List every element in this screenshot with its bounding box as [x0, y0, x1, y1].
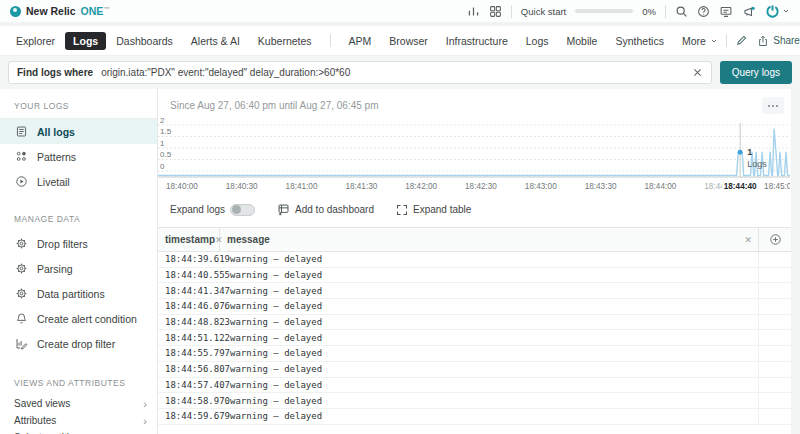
expand-logs-toggle[interactable]: Expand logs	[170, 204, 255, 216]
share-icon	[757, 35, 769, 47]
query-logs-button[interactable]: Query logs	[720, 61, 792, 84]
sidebar-item-label: Attributes	[14, 415, 56, 426]
new-relic-logo-icon	[10, 6, 21, 17]
query-input[interactable]: Find logs where origin.iata:"PDX" event:…	[8, 61, 712, 84]
chart-view-icon[interactable]	[467, 5, 480, 18]
remove-column-icon[interactable]: ✕	[744, 235, 752, 245]
nav-tab-more[interactable]: More	[674, 32, 726, 50]
log-row[interactable]: 18:44:56.807warning — delayed	[158, 362, 791, 378]
log-message: warning — delayed	[220, 364, 758, 374]
sidebar-item-patterns[interactable]: Patterns	[0, 144, 157, 169]
svg-text:18:45:00: 18:45:00	[764, 182, 790, 191]
svg-text:18:41:00: 18:41:00	[286, 182, 318, 191]
nav-tab-logs[interactable]: Logs	[518, 32, 557, 50]
svg-text:18:40:30: 18:40:30	[226, 182, 258, 191]
query-prefix-label: Find logs where	[17, 67, 93, 78]
log-row[interactable]: 18:44:40.555warning — delayed	[158, 268, 791, 284]
sidebar-item-saved-views[interactable]: Saved views›	[0, 395, 157, 412]
log-timestamp: 18:44:57.407	[158, 380, 220, 390]
log-row[interactable]: 18:44:41.347warning — delayed	[158, 283, 791, 299]
chevron-right-icon: ›	[143, 398, 147, 410]
log-table: timestamp✕message✕ 18:44:39.619warning —…	[158, 227, 791, 425]
expand-icon	[396, 204, 408, 216]
nav-tab-synthetics[interactable]: Synthetics	[607, 32, 671, 50]
clear-query-icon[interactable]	[692, 67, 703, 78]
nav-tab-infrastructure[interactable]: Infrastructure	[438, 32, 516, 50]
svg-text:0.5: 0.5	[160, 150, 172, 159]
log-message: warning — delayed	[220, 380, 758, 390]
log-row[interactable]: 18:44:55.797warning — delayed	[158, 346, 791, 362]
sidebar-item-drop-filters[interactable]: Drop filters	[0, 231, 157, 256]
divider	[330, 34, 331, 47]
nav-tab-alerts-ai[interactable]: Alerts & AI	[183, 32, 248, 50]
drop-filter-icon	[14, 337, 28, 350]
quick-start-label[interactable]: Quick start	[521, 6, 566, 17]
svg-text:1.5: 1.5	[160, 127, 172, 136]
nav-tab-apm[interactable]: APM	[341, 32, 380, 50]
column-header-message[interactable]: message✕	[220, 228, 758, 251]
log-row[interactable]: 18:44:46.076warning — delayed	[158, 299, 791, 315]
quick-start-percent: 0%	[642, 6, 656, 17]
log-row[interactable]: 18:44:39.619warning — delayed	[158, 252, 791, 268]
chart-options-button[interactable]	[762, 97, 784, 114]
svg-text:18:43:30: 18:43:30	[585, 182, 617, 191]
share-button[interactable]: Share	[757, 35, 800, 47]
scrollbar[interactable]	[791, 89, 800, 434]
sidebar-item-parsing[interactable]: Parsing	[0, 256, 157, 281]
logs-toolbar: Expand logs Add to dashboard Expand tabl…	[170, 203, 800, 216]
log-timestamp: 18:44:58.970	[158, 396, 220, 406]
apps-grid-icon[interactable]	[489, 5, 502, 18]
svg-text:0: 0	[160, 162, 165, 171]
query-text[interactable]: origin.iata:"PDX" event:"delayed" delay_…	[101, 67, 684, 78]
sidebar-item-create-drop-filter[interactable]: Create drop filter	[0, 331, 157, 356]
log-timestamp: 18:44:40.555	[158, 270, 220, 280]
toggle-off[interactable]	[230, 204, 255, 216]
circle-plus-icon	[769, 233, 782, 246]
expand-table-button[interactable]: Expand table	[396, 204, 471, 216]
trademark: ™	[103, 6, 109, 12]
nav-tab-kubernetes[interactable]: Kubernetes	[250, 32, 320, 50]
chevron-right-icon: ›	[143, 415, 147, 427]
sidebar-item-attributes[interactable]: Attributes›	[0, 412, 157, 429]
add-to-dashboard-button[interactable]: Add to dashboard	[277, 203, 374, 216]
nav-tab-mobile[interactable]: Mobile	[559, 32, 606, 50]
nav-tab-browser[interactable]: Browser	[381, 32, 436, 50]
new-relic-logo[interactable]: New Relic ONE™	[10, 5, 109, 17]
log-timestamp: 18:44:59.679	[158, 411, 220, 421]
section-title-views-and-attributes: VIEWS AND ATTRIBUTES	[0, 370, 157, 395]
section-title-your-logs: YOUR LOGS	[0, 93, 157, 118]
logs-timeseries-chart[interactable]: 00.511.521Logs18:40:0018:40:3018:41:0018…	[158, 116, 800, 194]
log-row[interactable]: 18:44:58.970warning — delayed	[158, 393, 791, 409]
log-row[interactable]: 18:44:57.407warning — delayed	[158, 378, 791, 394]
nav-tab-explorer[interactable]: Explorer	[8, 32, 63, 50]
edit-icon[interactable]	[735, 34, 748, 47]
nav-tab-logs[interactable]: Logs	[65, 32, 106, 50]
log-timestamp: 18:44:56.807	[158, 364, 220, 374]
log-row[interactable]: 18:44:59.679warning — delayed	[158, 409, 791, 425]
svg-text:Logs: Logs	[747, 159, 767, 169]
chevron-down-icon	[710, 37, 718, 45]
search-icon[interactable]	[675, 5, 688, 18]
sidebar-item-livetail[interactable]: Livetail	[0, 169, 157, 194]
sidebar-item-label: Patterns	[37, 151, 76, 163]
log-message: warning — delayed	[220, 348, 758, 358]
log-row[interactable]: 18:44:48.823warning — delayed	[158, 315, 791, 331]
divider	[511, 5, 512, 18]
column-header-timestamp[interactable]: timestamp✕	[158, 228, 220, 251]
log-timestamp: 18:44:41.347	[158, 286, 220, 296]
add-column-button[interactable]	[758, 228, 791, 251]
log-message: warning — delayed	[220, 254, 758, 264]
sidebar: YOUR LOGSAll logsPatternsLivetailMANAGE …	[0, 89, 158, 434]
nav-tab-dashboards[interactable]: Dashboards	[108, 32, 181, 50]
sidebar-item-select-partitions[interactable]: Select partitions›	[0, 429, 157, 434]
log-row[interactable]: 18:44:51.122warning — delayed	[158, 330, 791, 346]
sidebar-item-label: Drop filters	[37, 238, 88, 250]
log-table-body: 18:44:39.619warning — delayed18:44:40.55…	[158, 252, 791, 425]
top-bar: New Relic ONE™ Quick start 0%	[0, 0, 800, 22]
sidebar-item-all-logs[interactable]: All logs	[0, 119, 157, 144]
sidebar-item-data-partitions[interactable]: Data partitions	[0, 281, 157, 306]
sidebar-item-create-alert-condition[interactable]: Create alert condition	[0, 306, 157, 331]
help-icon[interactable]	[697, 5, 710, 18]
log-message: warning — delayed	[220, 333, 758, 343]
bell-icon	[14, 312, 28, 325]
